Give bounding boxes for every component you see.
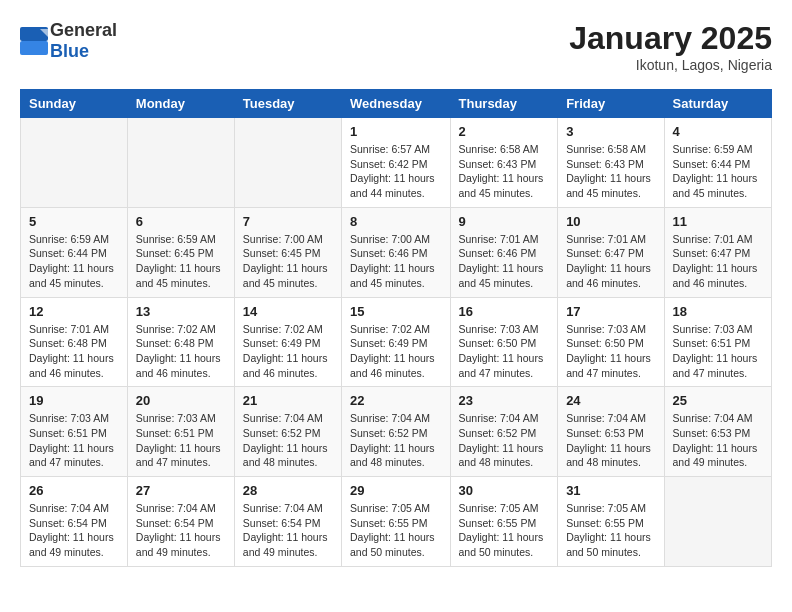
day-info: Sunrise: 7:02 AM Sunset: 6:48 PM Dayligh… — [136, 322, 226, 381]
day-info: Sunrise: 7:04 AM Sunset: 6:54 PM Dayligh… — [136, 501, 226, 560]
calendar-cell: 10Sunrise: 7:01 AM Sunset: 6:47 PM Dayli… — [558, 207, 664, 297]
day-info: Sunrise: 6:58 AM Sunset: 6:43 PM Dayligh… — [459, 142, 550, 201]
calendar-cell: 29Sunrise: 7:05 AM Sunset: 6:55 PM Dayli… — [341, 477, 450, 567]
week-row-4: 19Sunrise: 7:03 AM Sunset: 6:51 PM Dayli… — [21, 387, 772, 477]
logo-general: General — [50, 20, 117, 40]
calendar-cell: 16Sunrise: 7:03 AM Sunset: 6:50 PM Dayli… — [450, 297, 558, 387]
calendar-cell: 2Sunrise: 6:58 AM Sunset: 6:43 PM Daylig… — [450, 118, 558, 208]
calendar-cell: 20Sunrise: 7:03 AM Sunset: 6:51 PM Dayli… — [127, 387, 234, 477]
calendar-cell: 21Sunrise: 7:04 AM Sunset: 6:52 PM Dayli… — [234, 387, 341, 477]
week-row-1: 1Sunrise: 6:57 AM Sunset: 6:42 PM Daylig… — [21, 118, 772, 208]
day-info: Sunrise: 7:02 AM Sunset: 6:49 PM Dayligh… — [350, 322, 442, 381]
weekday-header-sunday: Sunday — [21, 90, 128, 118]
weekday-header-saturday: Saturday — [664, 90, 771, 118]
calendar-cell: 31Sunrise: 7:05 AM Sunset: 6:55 PM Dayli… — [558, 477, 664, 567]
logo: General Blue — [20, 20, 117, 62]
day-info: Sunrise: 7:04 AM Sunset: 6:52 PM Dayligh… — [243, 411, 333, 470]
calendar-cell: 19Sunrise: 7:03 AM Sunset: 6:51 PM Dayli… — [21, 387, 128, 477]
day-number: 3 — [566, 124, 655, 139]
calendar-cell: 12Sunrise: 7:01 AM Sunset: 6:48 PM Dayli… — [21, 297, 128, 387]
day-number: 24 — [566, 393, 655, 408]
day-info: Sunrise: 7:03 AM Sunset: 6:50 PM Dayligh… — [566, 322, 655, 381]
day-info: Sunrise: 7:04 AM Sunset: 6:52 PM Dayligh… — [350, 411, 442, 470]
calendar-cell: 27Sunrise: 7:04 AM Sunset: 6:54 PM Dayli… — [127, 477, 234, 567]
logo-icon — [20, 27, 48, 55]
day-info: Sunrise: 7:04 AM Sunset: 6:53 PM Dayligh… — [566, 411, 655, 470]
day-info: Sunrise: 7:05 AM Sunset: 6:55 PM Dayligh… — [459, 501, 550, 560]
day-info: Sunrise: 7:05 AM Sunset: 6:55 PM Dayligh… — [350, 501, 442, 560]
day-number: 11 — [673, 214, 763, 229]
day-number: 7 — [243, 214, 333, 229]
calendar-cell: 18Sunrise: 7:03 AM Sunset: 6:51 PM Dayli… — [664, 297, 771, 387]
weekday-header-friday: Friday — [558, 90, 664, 118]
day-number: 29 — [350, 483, 442, 498]
calendar-cell: 30Sunrise: 7:05 AM Sunset: 6:55 PM Dayli… — [450, 477, 558, 567]
calendar-cell: 24Sunrise: 7:04 AM Sunset: 6:53 PM Dayli… — [558, 387, 664, 477]
calendar-cell: 15Sunrise: 7:02 AM Sunset: 6:49 PM Dayli… — [341, 297, 450, 387]
calendar-cell: 6Sunrise: 6:59 AM Sunset: 6:45 PM Daylig… — [127, 207, 234, 297]
day-info: Sunrise: 7:03 AM Sunset: 6:51 PM Dayligh… — [29, 411, 119, 470]
day-info: Sunrise: 6:59 AM Sunset: 6:44 PM Dayligh… — [673, 142, 763, 201]
day-number: 30 — [459, 483, 550, 498]
calendar-cell — [234, 118, 341, 208]
calendar-cell: 4Sunrise: 6:59 AM Sunset: 6:44 PM Daylig… — [664, 118, 771, 208]
calendar-cell — [664, 477, 771, 567]
calendar-cell — [21, 118, 128, 208]
day-info: Sunrise: 7:01 AM Sunset: 6:47 PM Dayligh… — [566, 232, 655, 291]
day-number: 17 — [566, 304, 655, 319]
day-number: 27 — [136, 483, 226, 498]
day-info: Sunrise: 7:01 AM Sunset: 6:48 PM Dayligh… — [29, 322, 119, 381]
calendar-cell: 22Sunrise: 7:04 AM Sunset: 6:52 PM Dayli… — [341, 387, 450, 477]
day-number: 8 — [350, 214, 442, 229]
day-info: Sunrise: 7:03 AM Sunset: 6:50 PM Dayligh… — [459, 322, 550, 381]
calendar-cell: 3Sunrise: 6:58 AM Sunset: 6:43 PM Daylig… — [558, 118, 664, 208]
calendar-table: SundayMondayTuesdayWednesdayThursdayFrid… — [20, 89, 772, 567]
day-number: 5 — [29, 214, 119, 229]
day-info: Sunrise: 7:03 AM Sunset: 6:51 PM Dayligh… — [673, 322, 763, 381]
day-number: 10 — [566, 214, 655, 229]
month-year: January 2025 — [569, 20, 772, 57]
day-number: 9 — [459, 214, 550, 229]
calendar-cell: 5Sunrise: 6:59 AM Sunset: 6:44 PM Daylig… — [21, 207, 128, 297]
day-info: Sunrise: 6:59 AM Sunset: 6:45 PM Dayligh… — [136, 232, 226, 291]
weekday-header-wednesday: Wednesday — [341, 90, 450, 118]
weekday-header-tuesday: Tuesday — [234, 90, 341, 118]
svg-rect-1 — [20, 41, 48, 55]
day-number: 12 — [29, 304, 119, 319]
day-number: 23 — [459, 393, 550, 408]
day-info: Sunrise: 7:03 AM Sunset: 6:51 PM Dayligh… — [136, 411, 226, 470]
day-info: Sunrise: 7:04 AM Sunset: 6:52 PM Dayligh… — [459, 411, 550, 470]
title-section: January 2025 Ikotun, Lagos, Nigeria — [569, 20, 772, 73]
weekday-header-thursday: Thursday — [450, 90, 558, 118]
day-number: 2 — [459, 124, 550, 139]
calendar-cell: 23Sunrise: 7:04 AM Sunset: 6:52 PM Dayli… — [450, 387, 558, 477]
logo-blue: Blue — [50, 41, 89, 61]
weekday-header-row: SundayMondayTuesdayWednesdayThursdayFrid… — [21, 90, 772, 118]
calendar-cell — [127, 118, 234, 208]
calendar-cell: 13Sunrise: 7:02 AM Sunset: 6:48 PM Dayli… — [127, 297, 234, 387]
day-number: 21 — [243, 393, 333, 408]
calendar-cell: 1Sunrise: 6:57 AM Sunset: 6:42 PM Daylig… — [341, 118, 450, 208]
week-row-2: 5Sunrise: 6:59 AM Sunset: 6:44 PM Daylig… — [21, 207, 772, 297]
week-row-5: 26Sunrise: 7:04 AM Sunset: 6:54 PM Dayli… — [21, 477, 772, 567]
calendar-cell: 9Sunrise: 7:01 AM Sunset: 6:46 PM Daylig… — [450, 207, 558, 297]
day-number: 25 — [673, 393, 763, 408]
calendar-cell: 28Sunrise: 7:04 AM Sunset: 6:54 PM Dayli… — [234, 477, 341, 567]
day-number: 6 — [136, 214, 226, 229]
day-info: Sunrise: 7:04 AM Sunset: 6:54 PM Dayligh… — [243, 501, 333, 560]
day-number: 13 — [136, 304, 226, 319]
day-info: Sunrise: 7:04 AM Sunset: 6:54 PM Dayligh… — [29, 501, 119, 560]
day-info: Sunrise: 7:05 AM Sunset: 6:55 PM Dayligh… — [566, 501, 655, 560]
day-info: Sunrise: 6:59 AM Sunset: 6:44 PM Dayligh… — [29, 232, 119, 291]
calendar-cell: 11Sunrise: 7:01 AM Sunset: 6:47 PM Dayli… — [664, 207, 771, 297]
day-info: Sunrise: 6:57 AM Sunset: 6:42 PM Dayligh… — [350, 142, 442, 201]
day-number: 15 — [350, 304, 442, 319]
day-info: Sunrise: 6:58 AM Sunset: 6:43 PM Dayligh… — [566, 142, 655, 201]
calendar-cell: 17Sunrise: 7:03 AM Sunset: 6:50 PM Dayli… — [558, 297, 664, 387]
day-number: 18 — [673, 304, 763, 319]
day-number: 26 — [29, 483, 119, 498]
day-number: 19 — [29, 393, 119, 408]
day-number: 1 — [350, 124, 442, 139]
day-info: Sunrise: 7:00 AM Sunset: 6:45 PM Dayligh… — [243, 232, 333, 291]
weekday-header-monday: Monday — [127, 90, 234, 118]
